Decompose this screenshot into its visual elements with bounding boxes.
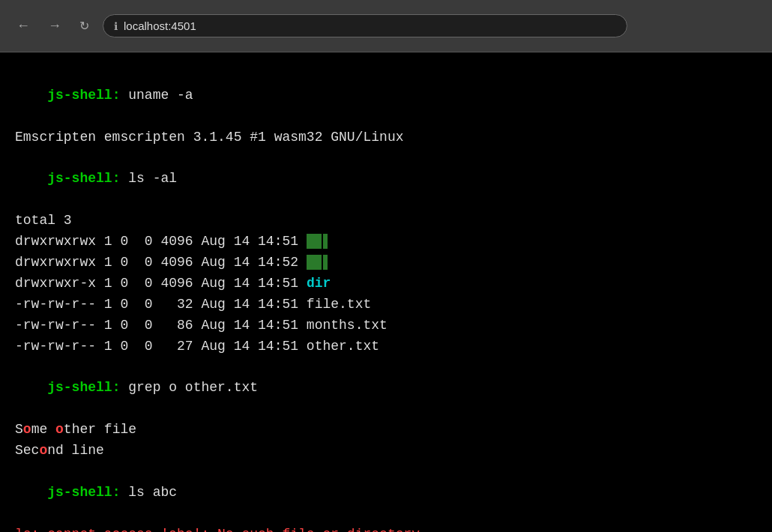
terminal-error-line: ls: cannot access 'abc': No such file or…: [15, 525, 757, 532]
back-button[interactable]: ←: [12, 15, 34, 37]
prompt-label: js-shell:: [47, 485, 120, 500]
forward-button[interactable]: →: [43, 15, 66, 37]
terminal-line: Second line: [15, 441, 757, 462]
terminal-line: drwxrwxr-x 1 0 0 4096 Aug 14 14:51 dir: [15, 273, 757, 294]
browser-chrome: ← → ↻ ℹ localhost:4501: [0, 0, 772, 52]
terminal-line: Some other file: [15, 420, 757, 441]
terminal-line: js-shell: uname -a: [15, 64, 757, 127]
terminal-line: js-shell: grep o other.txt: [15, 357, 757, 420]
terminal[interactable]: js-shell: uname -a Emscripten emscripten…: [0, 52, 772, 532]
address-bar[interactable]: ℹ localhost:4501: [103, 14, 627, 37]
terminal-line: drwxrwxrwx 1 0 0 4096 Aug 14 14:52: [15, 253, 757, 273]
terminal-line: total 3: [15, 211, 757, 232]
prompt-label: js-shell:: [47, 171, 120, 186]
terminal-line: -rw-rw-r-- 1 0 0 86 Aug 14 14:51 months.…: [15, 315, 757, 336]
terminal-line: Emscripten emscripten 3.1.45 #1 wasm32 G…: [15, 127, 757, 148]
terminal-line: drwxrwxrwx 1 0 0 4096 Aug 14 14:51: [15, 232, 757, 253]
prompt-label: js-shell:: [47, 380, 120, 395]
refresh-button[interactable]: ↻: [75, 16, 94, 36]
info-icon: ℹ: [114, 20, 118, 32]
terminal-line: -rw-rw-r-- 1 0 0 27 Aug 14 14:51 other.t…: [15, 336, 757, 357]
terminal-line: -rw-rw-r-- 1 0 0 32 Aug 14 14:51 file.tx…: [15, 294, 757, 315]
prompt-label: js-shell:: [47, 88, 120, 103]
terminal-line: js-shell: ls abc: [15, 462, 757, 525]
terminal-line: js-shell: ls -al: [15, 148, 757, 211]
url-display: localhost:4501: [124, 19, 196, 32]
